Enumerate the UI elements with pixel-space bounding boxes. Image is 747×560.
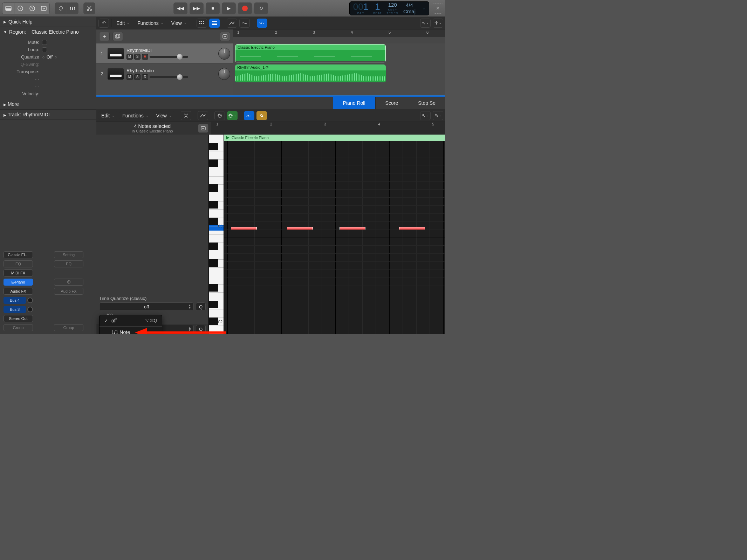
stepper-icon[interactable]: ◇ (42, 55, 44, 59)
output-button[interactable]: Stereo Out (4, 315, 33, 322)
group-button-1[interactable]: Group (4, 324, 33, 331)
track-header[interactable]: ▶ Track: RhythmMIDI (0, 109, 96, 120)
forward-button[interactable]: ▶▶ (190, 2, 204, 14)
editor-ruler[interactable]: 1 2 3 4 5 (211, 122, 445, 135)
flex-button[interactable] (239, 19, 250, 28)
catch-playhead-button[interactable] (198, 124, 208, 133)
automation-toggle[interactable] (198, 111, 208, 120)
send-bus4-knob[interactable] (27, 298, 33, 303)
record-enable-button[interactable]: R (142, 74, 148, 80)
scale-apply-button[interactable]: Q (196, 325, 206, 333)
audiofx-button-1[interactable]: Audio FX (4, 288, 33, 295)
editor-snap-button[interactable]: ›‹⌄ (244, 111, 254, 120)
arrange-ruler[interactable]: 1 2 3 4 5 6 (233, 29, 445, 37)
send-bus4[interactable]: Bus 4 (4, 297, 26, 304)
piano-roll-grid[interactable]: Classic Electric Piano (224, 135, 445, 334)
region-header[interactable]: ▼Region: Classic Electric Piano (0, 27, 96, 37)
collapse-button[interactable] (181, 111, 191, 120)
track-row[interactable]: 1 RhythmMIDI M S R (96, 43, 233, 64)
quantize-apply-button[interactable]: Q (196, 302, 206, 311)
link-button[interactable]: ⦿ (54, 279, 83, 286)
grid-view-button[interactable] (197, 19, 207, 28)
pan-knob[interactable] (218, 68, 230, 80)
toolbar-toggle-button[interactable] (38, 2, 50, 14)
midi-region[interactable]: Classic Electric Piano (235, 44, 386, 62)
lcd-bar-label: BAR (357, 12, 364, 15)
midi-in-button[interactable] (214, 111, 225, 120)
eq-button-2[interactable]: EQ (54, 260, 83, 267)
lcd-display[interactable]: 001 BAR 1 BEAT 120 KEEP TEMPO 4/4 Cmaj ⌄ (349, 1, 429, 15)
snap-button[interactable]: ›‹⌄ (257, 19, 267, 28)
cycle-button[interactable]: ↻ (254, 2, 268, 14)
setting-button[interactable]: Setting (54, 251, 83, 258)
solo-button[interactable]: S (134, 54, 141, 60)
arrange-lane[interactable]: Classic Electric Piano RhythmAudio_1 ⟳ (233, 43, 445, 95)
quantize-option-1-1[interactable]: 1/1 Note (100, 328, 162, 334)
quick-help-header[interactable]: ▶Quick Help (0, 17, 96, 27)
audiofx-button-2[interactable]: Audio FX (54, 288, 83, 295)
editor-view-menu[interactable]: View⌄ (153, 111, 174, 120)
arrange-view-menu[interactable]: View⌄ (169, 19, 190, 27)
group-button-2[interactable]: Group (54, 324, 83, 331)
volume-slider[interactable] (150, 76, 188, 78)
play-button[interactable]: ▶ (222, 2, 236, 14)
track-row[interactable]: 2 RhythmAudio M S R (96, 64, 233, 84)
inspector-button[interactable]: i (14, 2, 26, 14)
stop-button[interactable]: ■ (206, 2, 220, 14)
editor-functions-menu[interactable]: Functions⌄ (119, 111, 151, 120)
editor-left-panel: Time Quantize (classic) off ▲▼ Q 1000 (96, 135, 208, 334)
mute-button[interactable]: M (126, 74, 133, 80)
channel-strip: Classic El… EQ MIDI FX E-Piano Audio FX … (0, 248, 96, 334)
piano-keyboard[interactable]: C3 C2 [0,1,0,1,0,0,1,0,1,0,1,0] (208, 135, 224, 334)
eq-button[interactable]: EQ (4, 260, 33, 267)
midi-out-button[interactable]: ⌄ (227, 111, 238, 120)
mixer-button[interactable] (67, 2, 78, 14)
stepper-icon-r[interactable]: ◇ (55, 55, 57, 59)
mute-button[interactable]: M (126, 54, 133, 60)
help-button[interactable]: ? (26, 2, 38, 14)
audio-region[interactable]: RhythmAudio_1 ⟳ (235, 64, 386, 83)
list-view-button[interactable] (209, 19, 220, 28)
record-button[interactable] (238, 2, 252, 14)
grid-region-bar[interactable]: Classic Electric Piano (224, 135, 445, 141)
more-header[interactable]: ▶ More (0, 99, 96, 109)
close-button[interactable]: ✕ (433, 3, 443, 14)
tab-score[interactable]: Score (375, 97, 408, 109)
send-bus3[interactable]: Bus 3 (4, 306, 26, 313)
selection-count: 4 Notes selected (96, 123, 208, 129)
instrument-button[interactable]: E-Piano (4, 279, 33, 286)
secondary-tool-button[interactable]: ✛⌄ (433, 19, 443, 28)
quantize-value[interactable]: Off (47, 54, 53, 60)
scissors-button[interactable] (83, 2, 95, 14)
arrange-functions-menu[interactable]: Functions⌄ (135, 19, 166, 27)
smart-controls-button[interactable] (55, 2, 67, 14)
editor-edit-menu[interactable]: Edit⌄ (98, 111, 117, 120)
rewind-button[interactable]: ◀◀ (173, 2, 187, 14)
editor-pencil-tool[interactable]: ✎⌄ (433, 111, 443, 120)
send-bus3-knob[interactable] (27, 307, 33, 312)
loop-checkbox[interactable] (42, 47, 47, 52)
quantize-option-off[interactable]: ✓off⌥⌘Q (100, 316, 162, 325)
link-button[interactable] (256, 111, 267, 120)
global-tracks-button[interactable] (220, 32, 230, 41)
solo-button[interactable]: S (134, 74, 141, 80)
editor-pointer-tool[interactable]: ↖⌄ (420, 111, 431, 120)
preset-button[interactable]: Classic El… (4, 251, 33, 258)
time-quantize-select[interactable]: off ▲▼ (99, 302, 194, 311)
lcd-chevron-icon[interactable]: ⌄ (420, 6, 425, 10)
duplicate-track-button[interactable] (112, 32, 123, 41)
library-button[interactable] (2, 2, 14, 14)
mute-checkbox[interactable] (42, 40, 47, 45)
tab-piano-roll[interactable]: Piano Roll (333, 97, 375, 109)
arrange-edit-menu[interactable]: Edit⌄ (114, 19, 132, 27)
volume-slider[interactable] (150, 56, 188, 58)
record-enable-button[interactable]: R (142, 54, 148, 60)
pointer-tool-button[interactable]: ↖⌄ (420, 19, 431, 28)
back-nav-button[interactable]: ↶ (98, 19, 109, 28)
midifx-button[interactable]: MIDI FX (4, 269, 33, 276)
pan-knob[interactable] (218, 48, 230, 60)
lcd-tempo-sub: KEEP (388, 8, 397, 11)
automation-button[interactable] (227, 19, 237, 28)
add-track-button[interactable]: ＋ (99, 32, 110, 41)
tab-step-sequencer[interactable]: Step Se (408, 97, 445, 109)
